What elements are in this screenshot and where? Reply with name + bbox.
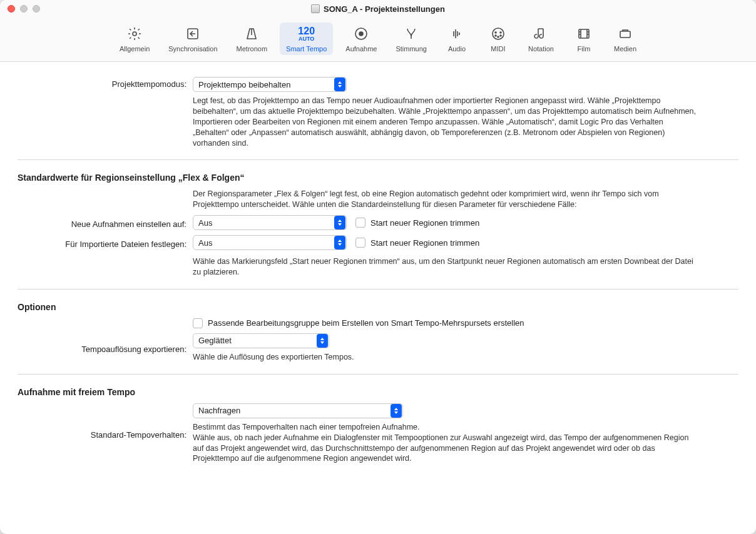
tab-audio[interactable]: Audio <box>439 23 474 55</box>
tab-allgemein[interactable]: Allgemein <box>113 23 156 55</box>
document-icon <box>311 4 320 13</box>
tab-medien[interactable]: Medien <box>608 23 643 55</box>
midi-icon <box>489 25 507 43</box>
close-button[interactable] <box>8 5 15 13</box>
svg-point-0 <box>133 32 136 36</box>
new-recordings-select[interactable]: Aus <box>193 215 347 230</box>
tab-smart-tempo[interactable]: 120 AUTO Smart Tempo <box>280 23 333 55</box>
select-arrows-icon <box>334 236 345 249</box>
flex-follow-desc: Der Regionsparameter „Flex & Folgen“ leg… <box>193 189 700 210</box>
media-icon <box>616 25 634 43</box>
default-tempo-behavior-select[interactable]: Nachfragen <box>193 403 403 418</box>
window-controls <box>8 5 40 13</box>
sync-icon <box>184 25 202 43</box>
export-resolution-label: Tempoauflösung exportieren: <box>18 342 193 354</box>
select-arrows-icon <box>391 404 402 418</box>
film-icon <box>575 25 593 43</box>
select-arrows-icon <box>334 216 345 229</box>
tab-midi[interactable]: MIDI <box>481 23 516 55</box>
create-edit-group-checkbox[interactable]: Passende Bearbeitungsgruppe beim Erstell… <box>193 318 738 328</box>
svg-point-7 <box>495 35 496 36</box>
project-tempo-mode-select[interactable]: Projekttempo beibehalten <box>193 77 347 92</box>
record-icon <box>352 25 370 43</box>
checkbox-icon <box>355 218 365 228</box>
tab-aufnahme[interactable]: Aufnahme <box>339 23 383 55</box>
checkbox-icon <box>355 238 365 248</box>
select-arrows-icon <box>334 78 345 91</box>
tab-synchronisation[interactable]: Synchronisation <box>162 23 223 55</box>
project-tempo-mode-label: Projekttempomodus: <box>18 77 193 89</box>
separator <box>18 159 738 160</box>
new-recordings-label: Neue Aufnahmen einstellen auf: <box>18 217 193 229</box>
default-tempo-behavior-label: Standard-Tempoverhalten: <box>18 428 193 440</box>
export-resolution-desc: Wähle die Auflösung des exportierten Tem… <box>193 352 700 363</box>
svg-point-9 <box>498 36 499 38</box>
imported-files-select[interactable]: Aus <box>193 235 347 250</box>
svg-point-5 <box>495 32 496 33</box>
tab-notation[interactable]: Notation <box>522 23 560 55</box>
trim-new-regions-checkbox-2[interactable]: Start neuer Regionen trimmen <box>355 238 479 248</box>
settings-toolbar: Allgemein Synchronisation Metronom 120 A… <box>0 18 756 62</box>
select-arrows-icon <box>317 334 328 348</box>
tab-film[interactable]: Film <box>566 23 601 55</box>
default-tempo-behavior-desc: Bestimmt das Tempoverhalten nach einer t… <box>193 422 700 465</box>
imported-files-label: Für Importierte Dateien festlegen: <box>18 237 193 249</box>
trim-new-regions-checkbox-1[interactable]: Start neuer Regionen trimmen <box>355 218 479 228</box>
free-tempo-title: Aufnahme mit freiem Tempo <box>18 387 738 397</box>
tuning-fork-icon <box>402 25 420 43</box>
window-title: SONG_A - Projekteinstellungen <box>0 4 756 14</box>
project-tempo-mode-desc: Legt fest, ob das Projekttempo an das Te… <box>193 96 700 148</box>
waveform-icon <box>448 25 466 43</box>
flex-follow-title: Standardwerte für Regionseinstellung „Fl… <box>18 173 738 183</box>
separator <box>18 289 738 290</box>
gear-icon <box>126 25 143 43</box>
svg-point-3 <box>359 32 363 36</box>
options-title: Optionen <box>18 302 738 312</box>
tab-stimmung[interactable]: Stimmung <box>389 23 433 55</box>
svg-point-6 <box>500 32 501 33</box>
flex-follow-bottom-desc: Wähle das Markierungsfeld „Start neuer R… <box>193 256 700 278</box>
window-title-text: SONG_A - Projekteinstellungen <box>324 4 445 14</box>
smart-tempo-icon: 120 AUTO <box>298 25 315 43</box>
svg-rect-11 <box>620 31 630 38</box>
tab-metronom[interactable]: Metronom <box>230 23 274 55</box>
content-area: Projekttempomodus: Projekttempo beibehal… <box>0 62 756 534</box>
svg-point-8 <box>500 35 501 36</box>
checkbox-icon <box>193 318 203 328</box>
titlebar: SONG_A - Projekteinstellungen <box>0 0 756 18</box>
separator <box>18 374 738 375</box>
metronome-icon <box>243 25 260 43</box>
zoom-button[interactable] <box>33 5 40 13</box>
export-resolution-select[interactable]: Geglättet <box>193 333 329 348</box>
minimize-button[interactable] <box>20 5 28 13</box>
project-settings-window: SONG_A - Projekteinstellungen Allgemein … <box>0 0 756 534</box>
notation-icon <box>532 25 549 43</box>
